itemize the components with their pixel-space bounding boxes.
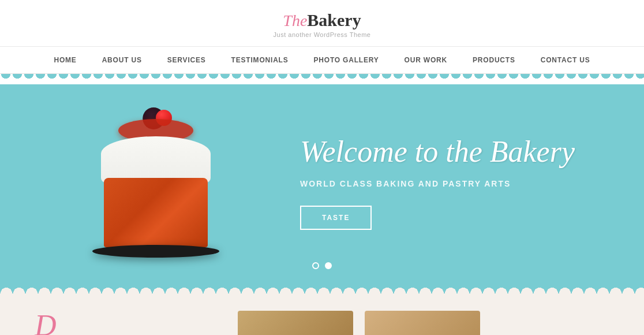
site-tagline: Just another WordPress Theme: [0, 31, 644, 38]
nav-list: HOME ABOUT US SERVICES TESTIMONIALS PHOT…: [0, 47, 644, 73]
scallop-divider-bottom: [0, 281, 644, 293]
cake-body: [104, 178, 208, 247]
nav-link-work[interactable]: OUR WORK: [392, 47, 460, 73]
hero-section: Welcome to the Bakery WORLD CLASS BAKING…: [0, 84, 644, 281]
hero-inner: Welcome to the Bakery WORLD CLASS BAKING…: [0, 84, 644, 281]
site-logo: The Bakery: [283, 10, 361, 30]
nav-item-about[interactable]: ABOUT US: [89, 47, 155, 73]
nav-link-gallery[interactable]: PHOTO GALLERY: [301, 47, 392, 73]
nav-link-home[interactable]: HOME: [41, 47, 89, 73]
hero-subtitle: WORLD CLASS BAKING AND PASTRY ARTS: [300, 179, 609, 188]
nav-item-gallery[interactable]: PHOTO GALLERY: [301, 47, 392, 73]
cake-illustration: [75, 102, 237, 263]
hero-text-area: Welcome to the Bakery WORLD CLASS BAKING…: [277, 135, 609, 229]
below-fold-section: D: [0, 293, 644, 335]
nav-item-contact[interactable]: CONTACT US: [528, 47, 603, 73]
slide-dots: [312, 262, 332, 269]
scallop-divider-top: [0, 74, 644, 84]
logo-bakery: Bakery: [307, 10, 361, 30]
nav-link-products[interactable]: PRODUCTS: [460, 47, 528, 73]
nav-link-about[interactable]: ABOUT US: [89, 47, 155, 73]
slide-dot-1[interactable]: [312, 262, 319, 269]
cake-plate: [92, 245, 219, 258]
nav-item-products[interactable]: PRODUCTS: [460, 47, 528, 73]
nav-link-contact[interactable]: CONTACT US: [528, 47, 603, 73]
food-thumbnail-1: [238, 311, 353, 335]
nav-link-services[interactable]: SERVICES: [155, 47, 219, 73]
below-fold-text: D: [35, 311, 220, 335]
food-thumbnail-2: [365, 311, 480, 335]
cake-cream: [101, 136, 211, 183]
nav-item-home[interactable]: HOME: [41, 47, 89, 73]
hero-welcome-text: Welcome to the Bakery: [300, 135, 609, 168]
below-fold-images: [238, 311, 609, 335]
nav-item-testimonials[interactable]: TESTIMONIALS: [219, 47, 301, 73]
nav-item-services[interactable]: SERVICES: [155, 47, 219, 73]
slide-dot-2[interactable]: [325, 262, 332, 269]
nav-link-testimonials[interactable]: TESTIMONIALS: [219, 47, 301, 73]
hero-cake-area: [35, 102, 277, 263]
main-navigation: HOME ABOUT US SERVICES TESTIMONIALS PHOT…: [0, 47, 644, 74]
site-header: The Bakery Just another WordPress Theme: [0, 0, 644, 47]
nav-item-work[interactable]: OUR WORK: [392, 47, 460, 73]
below-fold-title: D: [35, 309, 57, 335]
hero-cta-button[interactable]: TASTE: [300, 206, 372, 230]
logo-the: The: [283, 12, 307, 30]
